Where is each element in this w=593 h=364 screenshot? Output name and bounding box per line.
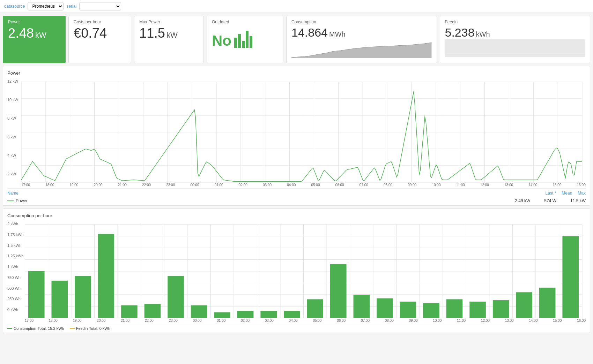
consumption-chart-bars-wrapper: [25, 221, 586, 319]
power-x-0300: 03:00: [263, 183, 272, 187]
power-chart-inner: 12 kW 10 kW 8 kW 6 kW 4 kW 2 kW: [7, 78, 586, 183]
power-x-1700: 17:00: [21, 183, 30, 187]
power-x-0700: 07:00: [359, 183, 368, 187]
power-x-1300: 13:00: [504, 183, 513, 187]
power-card-value: 2.48: [8, 26, 34, 41]
toolbar: datasource Prometheus serial: [0, 0, 593, 13]
feedin-legend-total: Total: 0 kWh: [89, 326, 110, 331]
mini-bar-3: [242, 41, 245, 48]
mini-bar-2: [238, 34, 241, 48]
costs-card-title: Costs per hour: [74, 20, 126, 24]
power-legend-right: Last * Mean Max: [546, 191, 586, 196]
outdated-card: Outdated No: [207, 16, 283, 63]
consumption-sparkline: [291, 41, 432, 58]
power-x-1400: 14:00: [528, 183, 537, 187]
max-power-card: Max Power 11.5 kW: [134, 16, 204, 63]
power-x-1000: 10:00: [432, 183, 440, 187]
consumption-legend: Consumption Total: 15.2 kWh Feedin Total…: [7, 324, 586, 333]
consumption-legend-consumption: Consumption Total: 15.2 kWh: [7, 326, 64, 331]
datasource-select[interactable]: Prometheus: [28, 2, 64, 10]
con-y-0: 0 kWh: [7, 308, 25, 312]
power-max-label: Max: [578, 191, 586, 196]
power-x-1500: 15:00: [553, 183, 561, 187]
consumption-chart-title: Consumption per hour: [7, 213, 586, 218]
power-chart-container: Power 12 kW 10 kW 8 kW 6 kW 4 kW 2 kW 17…: [3, 66, 590, 206]
con-y-500: 500 Wh: [7, 286, 25, 290]
mini-bar-5: [250, 36, 252, 48]
power-x-0600: 06:00: [335, 183, 344, 187]
con-y-15: 1.5 kWh: [7, 243, 25, 248]
consumption-card-value: 14.864: [291, 26, 328, 39]
power-x-1600: 16:00: [577, 183, 586, 187]
power-series-name: Power: [7, 198, 28, 203]
feedin-card-unit: kWh: [476, 30, 490, 38]
feedin-legend-label: Feedin: [76, 326, 88, 331]
feedin-legend-color: [70, 328, 75, 329]
feedin-card-value: 5.238: [445, 26, 475, 39]
max-power-card-unit: kW: [166, 31, 178, 40]
con-y-1: 1 kWh: [7, 265, 25, 269]
power-series-line-icon: [7, 200, 14, 201]
power-x-1200: 12:00: [480, 183, 489, 187]
power-series-last: 2.49 kW: [515, 198, 530, 203]
power-x-1100: 11:00: [456, 183, 465, 187]
power-x-2200: 22:00: [142, 183, 151, 187]
power-x-0400: 04:00: [287, 183, 296, 187]
consumption-chart-inner: 2 kWh 1.75 kWh 1.5 kWh 1.25 kWh 1 kWh 75…: [7, 221, 586, 319]
power-x-0100: 01:00: [215, 183, 223, 187]
con-y-750: 750 Wh: [7, 275, 25, 280]
power-card-title: Power: [8, 20, 60, 24]
power-chart-title: Power: [7, 70, 586, 76]
power-legend-left: Name: [7, 191, 18, 196]
con-y-2kwh: 2 kWh: [7, 222, 25, 226]
feedin-card: Feedin 5.238 kWh: [440, 16, 591, 63]
con-y-250: 250 Wh: [7, 297, 25, 301]
power-y-12: 12 kW: [7, 79, 21, 83]
consumption-legend-feedin: Feedin Total: 0 kWh: [70, 326, 110, 331]
power-card: Power 2.48 kW: [3, 16, 66, 63]
costs-card: Costs per hour €0.74: [68, 16, 131, 63]
power-series-mean: 574 W: [544, 198, 556, 203]
consumption-legend-label: Consumption: [14, 326, 36, 331]
power-x-0500: 05:00: [311, 183, 320, 187]
outdated-card-title: Outdated: [212, 20, 278, 24]
con-y-125: 1.25 kWh: [7, 254, 25, 258]
power-y-axis: 12 kW 10 kW 8 kW 6 kW 4 kW 2 kW: [7, 78, 21, 183]
power-y-8: 8 kW: [7, 116, 21, 120]
power-y-6: 6 kW: [7, 135, 21, 139]
con-y-175: 1.75 kWh: [7, 233, 25, 237]
consumption-y-axis: 2 kWh 1.75 kWh 1.5 kWh 1.25 kWh 1 kWh 75…: [7, 221, 25, 319]
power-x-axis: 17:00 18:00 19:00 20:00 21:00 22:00 23:0…: [7, 183, 586, 188]
power-x-2100: 21:00: [118, 183, 127, 187]
power-x-1900: 19:00: [69, 183, 78, 187]
outdated-mini-bars: [234, 27, 252, 48]
consumption-chart-canvas: [25, 221, 586, 319]
power-legend: Name Last * Mean Max: [7, 188, 586, 198]
outdated-card-value: No: [212, 33, 231, 48]
consumption-legend-total: Total: 15.2 kWh: [38, 326, 64, 331]
power-x-2300: 23:00: [166, 183, 175, 187]
mini-bar-4: [246, 31, 249, 48]
datasource-label: datasource: [4, 4, 25, 9]
power-x-2000: 20:00: [94, 183, 103, 187]
power-name-label: Name: [7, 191, 18, 196]
power-chart-canvas: [21, 78, 586, 183]
stat-cards-row: Power 2.48 kW Costs per hour €0.74 Max P…: [3, 16, 590, 63]
consumption-card: Consumption 14.864 MWh: [286, 16, 437, 63]
power-x-1800: 18:00: [45, 183, 54, 187]
power-series-values: 2.49 kW 574 W 11.5 kW: [515, 198, 586, 203]
feedin-sparkline: [445, 39, 585, 57]
power-series-label: Power: [16, 198, 28, 203]
consumption-chart-container: Consumption per hour 2 kWh 1.75 kWh 1.5 …: [3, 208, 590, 333]
serial-select[interactable]: [79, 2, 121, 10]
consumption-card-title: Consumption: [291, 20, 432, 24]
power-x-0000: 00:00: [190, 183, 199, 187]
power-y-10: 10 kW: [7, 98, 21, 102]
power-chart-svg-wrapper: [21, 78, 586, 183]
consumption-legend-color: [7, 328, 12, 329]
consumption-card-unit: MWh: [329, 30, 346, 38]
power-x-0800: 08:00: [384, 183, 392, 187]
power-card-unit: kW: [35, 31, 46, 40]
power-y-4: 4 kW: [7, 153, 21, 158]
max-power-card-title: Max Power: [139, 20, 199, 24]
